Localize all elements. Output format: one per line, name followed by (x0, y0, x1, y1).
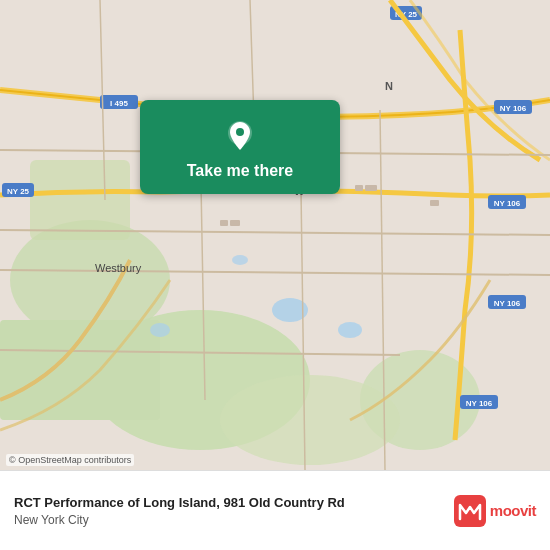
svg-rect-42 (430, 200, 439, 206)
map-container: I 495 NY 25 NY 25 NY 106 NY 106 NY 106 N… (0, 0, 550, 470)
location-info: RCT Performance of Long Island, 981 Old … (14, 494, 444, 526)
svg-text:NY 106: NY 106 (466, 399, 493, 408)
svg-point-8 (338, 322, 362, 338)
svg-text:NY 106: NY 106 (494, 299, 521, 308)
svg-rect-38 (220, 220, 228, 226)
svg-rect-6 (30, 160, 130, 240)
svg-text:I 495: I 495 (110, 99, 128, 108)
svg-point-9 (150, 323, 170, 337)
moovit-text: moovit (490, 502, 536, 519)
svg-point-10 (232, 255, 248, 265)
location-city: New York City (14, 513, 444, 527)
svg-text:NY 25: NY 25 (7, 187, 30, 196)
take-me-there-button[interactable]: Take me there (140, 100, 340, 194)
moovit-logo: moovit (454, 495, 536, 527)
svg-point-5 (220, 375, 400, 465)
location-name-text: RCT Performance of Long Island, 981 Old … (14, 495, 345, 510)
map-svg: I 495 NY 25 NY 25 NY 106 NY 106 NY 106 N… (0, 0, 550, 470)
svg-rect-40 (355, 185, 363, 191)
svg-rect-4 (0, 320, 160, 420)
moovit-m-icon (454, 495, 486, 527)
svg-text:NY 106: NY 106 (500, 104, 527, 113)
svg-text:NY 106: NY 106 (494, 199, 521, 208)
svg-text:Westbury: Westbury (95, 262, 142, 274)
svg-rect-41 (365, 185, 377, 191)
location-pin-icon (222, 118, 258, 154)
take-me-there-label: Take me there (187, 162, 293, 180)
svg-point-44 (236, 128, 244, 136)
location-name: RCT Performance of Long Island, 981 Old … (14, 494, 444, 512)
svg-rect-39 (230, 220, 240, 226)
osm-credit: © OpenStreetMap contributors (6, 454, 134, 466)
bottom-bar: RCT Performance of Long Island, 981 Old … (0, 470, 550, 550)
svg-text:N: N (385, 80, 393, 92)
